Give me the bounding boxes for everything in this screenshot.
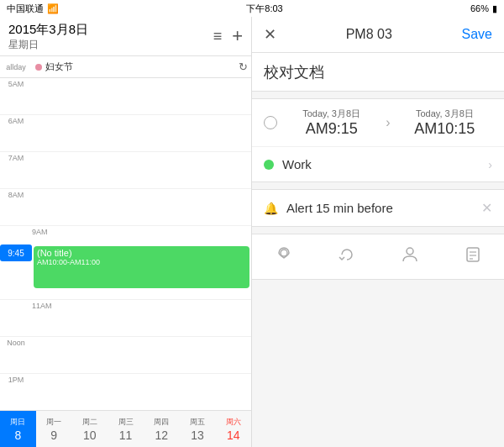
time-row-5am: 5AM — [0, 78, 251, 115]
detail-time-to[interactable]: Today, 3月8日 AM10:15 — [397, 108, 492, 138]
svg-point-0 — [281, 250, 287, 256]
week-day-num-sun: 8 — [14, 429, 21, 442]
alert-close-button[interactable]: ✕ — [481, 200, 492, 216]
add-icon[interactable]: + — [232, 25, 243, 47]
time-label-noon: Noon — [0, 337, 32, 373]
time-row-11am: 11AM — [0, 300, 251, 337]
calendar-color-dot — [264, 160, 274, 170]
repeat-button[interactable] — [330, 243, 364, 271]
wifi-icon: 📶 — [47, 3, 59, 14]
week-day-num-mon: 9 — [50, 429, 57, 442]
from-time: AM9:15 — [306, 120, 358, 138]
week-day-name-sat: 周六 — [226, 417, 241, 428]
detail-calendar-row[interactable]: Work › — [252, 147, 504, 181]
svg-rect-2 — [467, 248, 479, 261]
week-day-name-mon: 周一 — [46, 417, 61, 428]
status-time: 下午8:03 — [246, 3, 282, 15]
date-title: 2015年3月8日 — [8, 22, 88, 38]
week-day-num-tue: 10 — [83, 429, 97, 442]
week-day-fri[interactable]: 周五 13 — [180, 411, 216, 447]
detail-spacer — [252, 280, 504, 447]
detail-time-section: Today, 3月8日 AM9:15 › Today, 3月8日 AM10:15… — [252, 98, 504, 182]
status-right: 66% ▮ — [470, 3, 497, 14]
battery-label: 66% — [470, 3, 489, 13]
allday-row: allday 妇女节 ↻ — [0, 56, 251, 78]
time-label-11am — [0, 300, 32, 336]
detail-toolbar — [252, 234, 504, 280]
calendar-event-block[interactable]: (No title) AM10:00-AM11:00 — [34, 246, 249, 288]
allday-event-label: 妇女节 — [45, 60, 73, 73]
week-day-name-thu: 周四 — [154, 417, 169, 428]
week-day-wed[interactable]: 周三 11 — [108, 411, 144, 447]
time-circle-icon — [264, 116, 277, 129]
week-day-thu[interactable]: 周四 12 — [144, 411, 180, 447]
time-cells-7am — [32, 152, 251, 188]
week-day-num-wed: 11 — [119, 429, 133, 442]
person-button[interactable] — [393, 243, 427, 271]
calendar-name: Work — [282, 157, 480, 171]
week-day-sun[interactable]: 周日 8 — [0, 411, 36, 447]
time-label-8am: 8AM — [0, 189, 32, 225]
current-time-indicator: 9:45 — [0, 245, 32, 261]
time-cells-11am: 11AM — [32, 300, 251, 336]
to-date: Today, 3月8日 — [416, 108, 474, 120]
week-day-name-fri: 周五 — [190, 417, 205, 428]
detail-time-from[interactable]: Today, 3月8日 AM9:15 — [284, 108, 379, 138]
weekday-label: 星期日 — [8, 38, 88, 52]
time-cells-9am: 9AM (No title) AM10:00-AM11:00 — [32, 226, 251, 299]
detail-header-time: PM8 03 — [346, 27, 392, 42]
time-label-7am: 7AM — [0, 152, 32, 188]
week-day-name-tue: 周二 — [82, 417, 97, 428]
status-left: 中国联通 📶 — [7, 3, 59, 15]
time-cells-noon — [32, 337, 251, 373]
detail-title-area — [252, 53, 504, 92]
notes-button[interactable] — [456, 243, 490, 271]
allday-repeat-icon: ↻ — [239, 60, 248, 73]
calendar-header: 2015年3月8日 星期日 ≡ + — [0, 17, 251, 56]
time-grid: 5AM 6AM 7AM 8AM 9AM — [0, 78, 251, 410]
week-day-mon[interactable]: 周一 9 — [36, 411, 72, 447]
time-cells-1pm — [32, 374, 251, 410]
week-day-num-thu: 12 — [155, 429, 168, 442]
time-row-6am: 6AM — [0, 115, 251, 152]
time-cells-5am — [32, 78, 251, 114]
time-row-1pm: 1PM — [0, 374, 251, 410]
calendar-chevron-icon: › — [488, 158, 492, 171]
calendar-panel: 2015年3月8日 星期日 ≡ + allday 妇女节 ↻ 5AM — [0, 17, 252, 447]
current-time-text: 9:45 — [8, 249, 24, 258]
time-row-9am: 9AM 9:45 9AM (No title) AM10:00-AM11:00 — [0, 226, 251, 300]
week-day-num-sat: 14 — [227, 429, 240, 442]
time-label-6am: 6AM — [0, 115, 32, 151]
detail-alert-section: 🔔 Alert 15 min before ✕ — [252, 189, 504, 227]
location-button[interactable] — [267, 243, 301, 271]
time-arrow-icon: › — [386, 115, 390, 130]
week-day-num-fri: 13 — [191, 429, 204, 442]
status-bar: 中国联通 📶 下午8:03 66% ▮ — [0, 0, 504, 17]
to-time: AM10:15 — [414, 120, 475, 138]
alert-bell-icon: 🔔 — [264, 202, 278, 215]
time-label-1pm: 1PM — [0, 374, 32, 410]
detail-time-row: Today, 3月8日 AM9:15 › Today, 3月8日 AM10:15 — [252, 99, 504, 147]
time-label-5am: 5AM — [0, 78, 32, 114]
svg-point-1 — [407, 248, 413, 255]
event-time-range: AM10:00-AM11:00 — [37, 258, 246, 266]
time-cells-8am — [32, 189, 251, 225]
week-day-tue[interactable]: 周二 10 — [71, 411, 108, 447]
detail-alert-row: 🔔 Alert 15 min before ✕ — [252, 190, 504, 226]
carrier-label: 中国联通 — [7, 3, 44, 15]
allday-content: 妇女节 ↻ — [32, 58, 251, 76]
event-title-input[interactable] — [264, 63, 492, 81]
battery-icon: ▮ — [492, 3, 497, 14]
header-actions: ≡ + — [213, 22, 243, 47]
time-row-noon: Noon — [0, 337, 251, 374]
week-day-sat[interactable]: 周六 14 — [215, 411, 251, 447]
week-day-name-wed: 周三 — [118, 417, 134, 428]
time-cells-6am — [32, 115, 251, 151]
close-button[interactable]: ✕ — [264, 25, 276, 44]
menu-icon[interactable]: ≡ — [213, 28, 223, 45]
week-bar: 周日 8 周一 9 周二 10 周三 11 周四 12 周五 13 — [0, 410, 251, 447]
allday-label: allday — [0, 63, 32, 71]
detail-panel: ✕ PM8 03 Save Today, 3月8日 AM9:15 › Today… — [252, 17, 504, 447]
calendar-header-title: 2015年3月8日 星期日 — [8, 22, 88, 52]
save-button[interactable]: Save — [462, 27, 492, 42]
